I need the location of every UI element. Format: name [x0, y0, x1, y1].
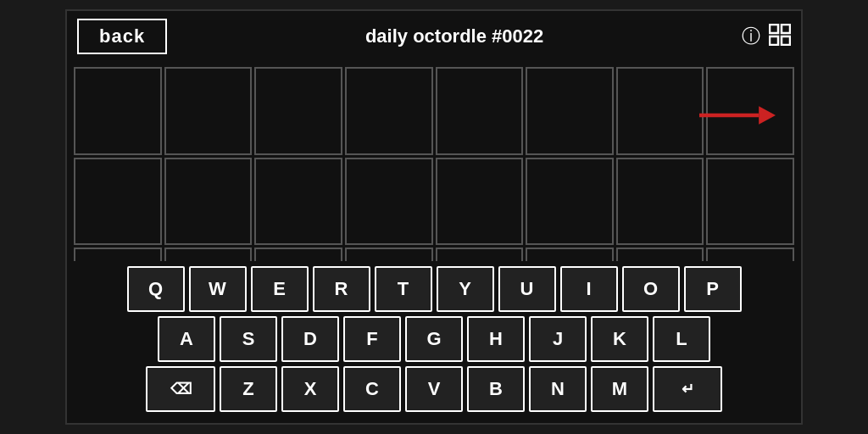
grid-cell	[345, 158, 433, 246]
key-S[interactable]: S	[220, 316, 277, 362]
header-icons: ⓘ	[742, 24, 791, 49]
header: back daily octordle #0022 ⓘ	[67, 11, 801, 62]
key-↵[interactable]: ↵	[653, 366, 722, 412]
key-Z[interactable]: Z	[220, 366, 277, 412]
grid-cell	[526, 248, 614, 261]
key-I[interactable]: I	[560, 266, 618, 312]
key-P[interactable]: P	[684, 266, 742, 312]
svg-rect-1	[782, 25, 790, 33]
key-Q[interactable]: Q	[127, 266, 185, 312]
keyboard-row-2: ⌫ZXCVBNM↵	[74, 366, 794, 412]
key-H[interactable]: H	[467, 316, 525, 362]
key-F[interactable]: F	[343, 316, 401, 362]
grid-cell	[164, 248, 253, 261]
grid-cell	[74, 248, 162, 261]
key-G[interactable]: G	[405, 316, 463, 362]
keyboard-row-0: QWERTYUIOP	[74, 266, 794, 312]
svg-rect-2	[770, 36, 778, 45]
key-O[interactable]: O	[622, 266, 680, 312]
key-C[interactable]: C	[343, 366, 401, 412]
key-X[interactable]: X	[281, 366, 339, 412]
svg-rect-0	[770, 25, 778, 33]
grid-scroll[interactable]	[67, 62, 801, 261]
grid-cell	[616, 248, 704, 261]
key-V[interactable]: V	[405, 366, 463, 412]
grid-cell	[345, 248, 433, 261]
game-area	[67, 62, 801, 261]
key-E[interactable]: E	[251, 266, 309, 312]
key-T[interactable]: T	[375, 266, 432, 312]
fullscreen-icon[interactable]	[769, 24, 791, 49]
key-M[interactable]: M	[591, 366, 648, 412]
keyboard: QWERTYUIOPASDFGHJKL⌫ZXCVBNM↵	[67, 261, 801, 423]
key-D[interactable]: D	[281, 316, 339, 362]
key-R[interactable]: R	[313, 266, 370, 312]
word-grid	[74, 67, 794, 261]
key-K[interactable]: K	[591, 316, 648, 362]
grid-cell	[74, 67, 162, 155]
key-W[interactable]: W	[189, 266, 247, 312]
grid-cell	[74, 158, 162, 246]
grid-cell	[706, 248, 794, 261]
grid-cell	[345, 67, 433, 155]
grid-cell	[616, 158, 704, 246]
grid-cell	[164, 158, 253, 246]
grid-cell	[706, 158, 794, 246]
svg-rect-3	[782, 36, 790, 45]
key-B[interactable]: B	[467, 366, 525, 412]
key-J[interactable]: J	[529, 316, 587, 362]
grid-cell	[254, 158, 342, 246]
grid-cell	[526, 67, 614, 155]
help-icon[interactable]: ⓘ	[742, 27, 760, 46]
game-title: daily octordle #0022	[181, 25, 728, 47]
grid-cell	[436, 67, 524, 155]
grid-cell	[436, 248, 524, 261]
grid-cell	[706, 67, 794, 155]
key-U[interactable]: U	[498, 266, 556, 312]
grid-cell	[436, 158, 524, 246]
key-⌫[interactable]: ⌫	[146, 366, 215, 412]
grid-cell	[254, 67, 342, 155]
key-A[interactable]: A	[158, 316, 215, 362]
keyboard-row-1: ASDFGHJKL	[74, 316, 794, 362]
app-container: back daily octordle #0022 ⓘ	[65, 9, 803, 425]
grid-cell	[164, 67, 253, 155]
grid-cell	[526, 158, 614, 246]
key-L[interactable]: L	[653, 316, 710, 362]
grid-cell	[254, 248, 342, 261]
key-Y[interactable]: Y	[437, 266, 494, 312]
grid-cell	[616, 67, 704, 155]
key-N[interactable]: N	[529, 366, 587, 412]
back-button[interactable]: back	[77, 19, 167, 54]
